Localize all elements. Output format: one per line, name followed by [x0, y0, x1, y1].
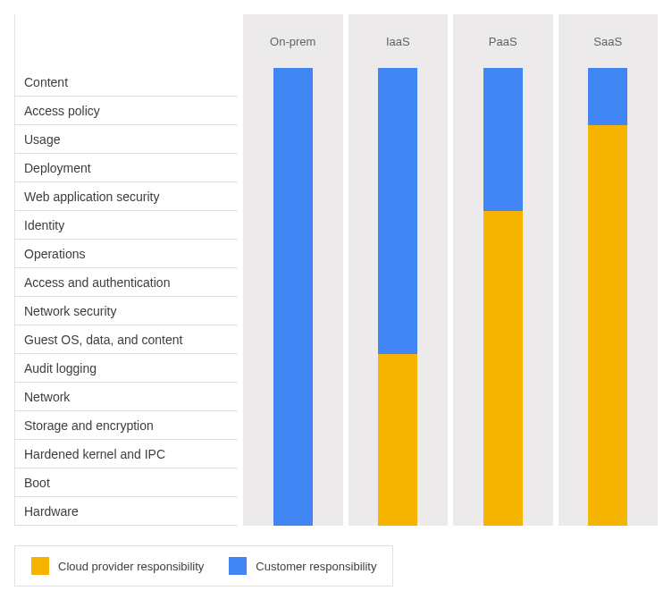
layer-label: Guest OS, data, and content	[15, 325, 238, 354]
bar-segment-customer	[273, 68, 313, 526]
layer-label: Usage	[15, 125, 238, 154]
layer-label: Boot	[15, 468, 238, 497]
legend-item-customer: Customer responsibility	[229, 557, 376, 575]
stacked-bar	[273, 68, 313, 526]
layer-label: Deployment	[15, 154, 238, 182]
model-column: SaaS	[559, 14, 659, 526]
bar-segment-provider	[483, 211, 523, 526]
stacked-bar	[483, 68, 523, 526]
legend-label-provider: Cloud provider responsibility	[58, 560, 204, 573]
swatch-provider	[31, 557, 49, 575]
shared-responsibility-chart: ContentAccess policyUsageDeploymentWeb a…	[14, 14, 658, 586]
legend-item-provider: Cloud provider responsibility	[31, 557, 204, 575]
layer-label: Identity	[15, 211, 238, 240]
bar-segment-customer	[483, 68, 523, 211]
layer-label: Network security	[15, 297, 238, 325]
layer-label: Hardware	[15, 497, 238, 526]
layer-label: Storage and encryption	[15, 411, 238, 440]
model-column: On-prem	[243, 14, 343, 526]
model-header: IaaS	[349, 14, 449, 68]
swatch-customer	[229, 557, 247, 575]
layer-label: Network	[15, 383, 238, 411]
model-header: SaaS	[559, 14, 659, 68]
layer-labels-column: ContentAccess policyUsageDeploymentWeb a…	[14, 14, 238, 526]
model-column: IaaS	[349, 14, 449, 526]
model-header: PaaS	[453, 14, 553, 68]
layer-label: Hardened kernel and IPC	[15, 440, 238, 468]
legend-label-customer: Customer responsibility	[256, 560, 376, 573]
bar-segment-provider	[588, 125, 627, 526]
layer-label: Web application security	[15, 182, 238, 211]
model-header: On-prem	[243, 14, 343, 68]
bar-segment-customer	[378, 68, 417, 354]
stacked-bar	[588, 68, 627, 526]
layer-label: Audit logging	[15, 354, 238, 383]
layer-label: Access policy	[15, 97, 238, 125]
layer-label: Operations	[15, 240, 238, 268]
layer-label: Access and authentication	[15, 268, 238, 297]
bar-segment-provider	[378, 354, 417, 526]
layer-label: Content	[15, 68, 238, 97]
legend: Cloud provider responsibility Customer r…	[14, 545, 393, 586]
stacked-bar	[378, 68, 417, 526]
bar-segment-customer	[588, 68, 627, 125]
model-column: PaaS	[453, 14, 553, 526]
